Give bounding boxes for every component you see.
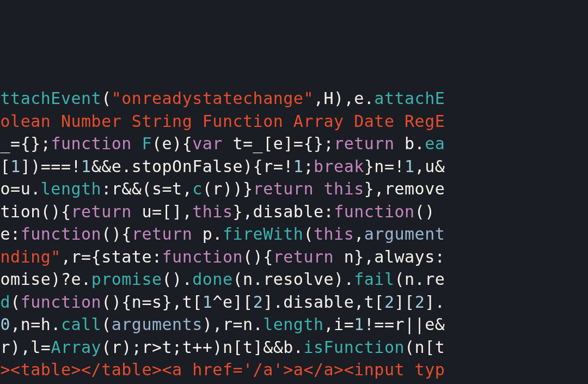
- code-token: "onreadystatechange": [112, 89, 314, 108]
- code-token: p.: [192, 224, 223, 243]
- code-line: t[1])===!1&&e.stopOnFalse){r=!1;break}n=…: [0, 155, 578, 178]
- code-token: ,n=h.: [10, 315, 61, 334]
- code-token: (n.resolve).: [233, 270, 354, 289]
- code-token: (: [303, 224, 314, 243]
- code-token: ][: [395, 292, 415, 312]
- code-token: function: [162, 247, 243, 266]
- code-token: c: [192, 179, 203, 198]
- code-editor-content: attachEvent("onreadystatechange",H),e.at…: [0, 87, 578, 384]
- code-token: return: [273, 247, 334, 266]
- code-token: (){n=s},t[: [101, 292, 203, 312]
- code-token: ,: [354, 224, 364, 243]
- code-token: ].disable,t[: [263, 292, 384, 312]
- code-line: romise)?e.promise().done(n.resolve).fail…: [0, 268, 578, 291]
- code-token: attachE: [374, 89, 445, 108]
- code-token: dd: [0, 292, 10, 312]
- code-token: ,i=: [324, 315, 354, 334]
- code-line: oolean Number String Function Array Date…: [0, 110, 578, 133]
- code-token: var: [192, 134, 223, 153]
- code-token: return: [334, 134, 394, 153]
- code-token: n},always:: [334, 247, 445, 266]
- code-token: length: [41, 179, 101, 198]
- code-token: isFunction: [303, 338, 405, 357]
- code-line: =0,n=h.call(arguments),r=n.length,i=1!==…: [0, 313, 578, 336]
- code-line: /><table></table><a href='/a'>a</a><inpu…: [0, 358, 578, 381]
- code-token: 2: [253, 292, 264, 312]
- code-token: F: [142, 134, 152, 153]
- code-token: ].: [425, 292, 445, 312]
- code-token: 1: [354, 315, 364, 334]
- code-token: ),r=n.: [203, 315, 263, 334]
- code-token: &&e.stopOnFalse){r=!: [91, 157, 293, 176]
- code-token: romise)?e.: [0, 270, 91, 289]
- code-token: (){: [101, 224, 132, 243]
- code-token: (n[t: [405, 338, 445, 357]
- code-token: length: [263, 315, 323, 334]
- code-token: 2: [415, 292, 425, 312]
- code-token: _={};: [0, 134, 51, 153]
- code-token: ,H),e.: [314, 89, 374, 108]
- code-token: ea: [425, 134, 445, 153]
- code-token: ])===!: [21, 157, 81, 176]
- code-token: Array: [51, 338, 101, 357]
- code-token: argument: [364, 224, 445, 243]
- code-token: t=_[e]={};: [223, 134, 334, 153]
- code-token: 0: [1, 315, 11, 334]
- code-token: ,r={state:: [61, 247, 162, 266]
- code-token: ;: [303, 157, 314, 176]
- code-token: (: [101, 89, 112, 108]
- code-token: ,u&: [415, 157, 445, 176]
- code-token: (): [415, 202, 435, 221]
- code-token: ().: [162, 270, 193, 289]
- code-line: re:function(){return p.fireWith(this,arg…: [0, 223, 578, 246]
- code-token: ^e][: [212, 292, 253, 312]
- code-token: this: [192, 202, 232, 221]
- code-token: function: [334, 202, 415, 221]
- code-line: (r),l=Array(r);r>t;t++)n[t]&&b.isFunctio…: [0, 336, 578, 359]
- code-token: ?o=u.: [0, 179, 41, 198]
- code-token: 1: [81, 157, 91, 176]
- code-line: dd(function(){n=s},t[1^e][2].disable,t[2…: [0, 291, 578, 314]
- code-token: :r&&(s=t,: [101, 179, 192, 198]
- code-token: (e){: [152, 134, 192, 153]
- code-token: done: [192, 270, 232, 289]
- code-token: (r);r>t;t++)n[t]&&b.: [101, 338, 303, 357]
- code-token: (n.re: [395, 270, 445, 289]
- code-token: function: [51, 134, 132, 153]
- code-token: u=[],: [132, 202, 192, 221]
- code-token: },disable:: [233, 202, 334, 221]
- code-token: call: [61, 315, 101, 334]
- code-token: (: [101, 315, 112, 334]
- code-token: return this: [253, 179, 364, 198]
- code-token: return: [132, 224, 192, 243]
- code-token: [132, 134, 142, 153]
- code-token: promise: [91, 270, 162, 289]
- code-token: attachEvent: [0, 89, 101, 108]
- code-line: ction(){return u=[],this},disable:functi…: [0, 200, 578, 223]
- code-token: break: [314, 157, 364, 176]
- code-token: 2: [384, 292, 395, 312]
- code-line: ending",r={state:function(){return n},al…: [0, 246, 578, 269]
- code-token: arguments: [112, 315, 203, 334]
- code-token: !==r||e&: [364, 315, 445, 334]
- code-token: fail: [354, 270, 394, 289]
- code-token: function: [21, 224, 102, 243]
- code-token: 1: [405, 157, 415, 176]
- code-token: t[: [0, 157, 10, 176]
- code-token: /><table></table><a href='/a'>a</a><inpu…: [0, 360, 445, 379]
- code-line: _={};function F(e){var t=_[e]={};return …: [0, 132, 578, 155]
- code-token: },remove: [364, 179, 445, 198]
- code-line: ?o=u.length:r&&(s=t,c(r))}return this},r…: [0, 178, 578, 200]
- code-token: 1: [10, 157, 21, 176]
- code-token: fireWith: [223, 224, 304, 243]
- code-token: ction(){: [0, 202, 71, 221]
- code-token: }n=!: [364, 157, 405, 176]
- code-token: function: [21, 292, 102, 312]
- code-token: re:: [0, 224, 21, 243]
- code-line: yTagName("input")[0],r.style.cssText="to…: [0, 381, 578, 385]
- code-token: (){: [243, 247, 273, 266]
- code-token: 1: [203, 292, 213, 312]
- code-token: this: [314, 224, 354, 243]
- code-token: (r),l=: [0, 338, 51, 357]
- code-line: attachEvent("onreadystatechange",H),e.at…: [0, 87, 578, 110]
